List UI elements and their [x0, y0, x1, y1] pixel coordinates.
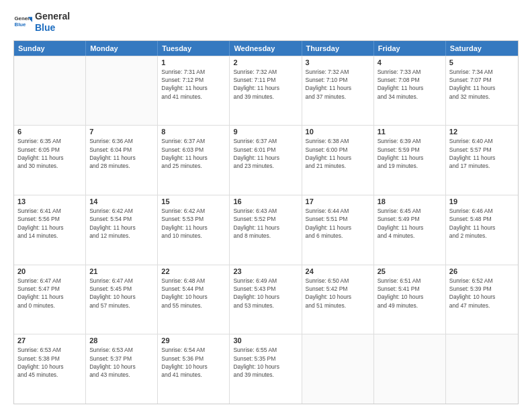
calendar-cell: 10Sunrise: 6:38 AM Sunset: 6:00 PM Dayli… [302, 126, 374, 195]
calendar-cell: 22Sunrise: 6:48 AM Sunset: 5:44 PM Dayli… [158, 265, 230, 334]
calendar-cell: 7Sunrise: 6:36 AM Sunset: 6:04 PM Daylig… [86, 126, 158, 195]
calendar-header-row: SundayMondayTuesdayWednesdayThursdayFrid… [14, 41, 518, 56]
day-number: 24 [306, 267, 370, 275]
day-info: Sunrise: 6:44 AM Sunset: 5:51 PM Dayligh… [306, 207, 370, 240]
calendar-cell: 29Sunrise: 6:54 AM Sunset: 5:36 PM Dayli… [158, 334, 230, 404]
calendar-cell: 21Sunrise: 6:47 AM Sunset: 5:45 PM Dayli… [86, 265, 158, 334]
calendar-header-cell: Wednesday [230, 41, 302, 56]
calendar-cell: 16Sunrise: 6:43 AM Sunset: 5:52 PM Dayli… [230, 195, 302, 265]
day-number: 10 [306, 128, 370, 136]
day-info: Sunrise: 6:45 AM Sunset: 5:49 PM Dayligh… [378, 207, 442, 240]
calendar-row: 1Sunrise: 7:31 AM Sunset: 7:12 PM Daylig… [14, 56, 518, 126]
day-number: 7 [89, 128, 154, 136]
day-number: 26 [449, 267, 515, 275]
calendar-cell: 12Sunrise: 6:40 AM Sunset: 5:57 PM Dayli… [446, 126, 518, 195]
day-number: 4 [378, 58, 442, 66]
calendar-header-cell: Sunday [14, 41, 86, 56]
day-info: Sunrise: 6:41 AM Sunset: 5:56 PM Dayligh… [17, 207, 82, 240]
page: General Blue General Blue SundayMondayTu… [0, 0, 532, 411]
day-info: Sunrise: 6:55 AM Sunset: 5:35 PM Dayligh… [233, 346, 298, 379]
day-number: 14 [89, 197, 154, 205]
day-number: 20 [17, 267, 82, 275]
header: General Blue General Blue [13, 11, 519, 34]
day-number: 3 [306, 58, 370, 66]
calendar-cell [446, 334, 518, 404]
day-info: Sunrise: 6:37 AM Sunset: 6:01 PM Dayligh… [233, 137, 298, 170]
day-number: 9 [233, 128, 298, 136]
day-info: Sunrise: 6:47 AM Sunset: 5:45 PM Dayligh… [89, 277, 154, 310]
day-number: 30 [233, 336, 298, 345]
day-info: Sunrise: 6:36 AM Sunset: 6:04 PM Dayligh… [89, 137, 154, 170]
logo-text: General Blue [35, 11, 70, 34]
day-number: 27 [17, 336, 82, 345]
day-info: Sunrise: 6:40 AM Sunset: 5:57 PM Dayligh… [449, 137, 515, 170]
logo: General Blue General Blue [13, 11, 70, 34]
day-number: 6 [17, 128, 82, 136]
logo-icon: General Blue [13, 13, 32, 32]
day-number: 18 [378, 197, 442, 205]
day-info: Sunrise: 6:38 AM Sunset: 6:00 PM Dayligh… [306, 137, 370, 170]
calendar: SundayMondayTuesdayWednesdayThursdayFrid… [13, 40, 519, 404]
calendar-cell [86, 56, 158, 126]
calendar-cell: 14Sunrise: 6:42 AM Sunset: 5:54 PM Dayli… [86, 195, 158, 265]
svg-text:Blue: Blue [15, 21, 27, 28]
calendar-header-cell: Friday [374, 41, 446, 56]
calendar-cell: 28Sunrise: 6:53 AM Sunset: 5:37 PM Dayli… [86, 334, 158, 404]
calendar-cell: 5Sunrise: 7:34 AM Sunset: 7:07 PM Daylig… [446, 56, 518, 126]
calendar-cell: 6Sunrise: 6:35 AM Sunset: 6:05 PM Daylig… [14, 126, 86, 195]
day-info: Sunrise: 6:53 AM Sunset: 5:37 PM Dayligh… [89, 346, 154, 379]
day-info: Sunrise: 6:53 AM Sunset: 5:38 PM Dayligh… [17, 346, 82, 379]
calendar-cell: 24Sunrise: 6:50 AM Sunset: 5:42 PM Dayli… [302, 265, 374, 334]
calendar-cell [14, 56, 86, 126]
calendar-header-cell: Monday [86, 41, 158, 56]
day-number: 15 [161, 197, 226, 205]
calendar-cell: 4Sunrise: 7:33 AM Sunset: 7:08 PM Daylig… [374, 56, 446, 126]
calendar-cell: 30Sunrise: 6:55 AM Sunset: 5:35 PM Dayli… [230, 334, 302, 404]
day-info: Sunrise: 6:42 AM Sunset: 5:54 PM Dayligh… [89, 207, 154, 240]
day-number: 23 [233, 267, 298, 275]
calendar-cell: 15Sunrise: 6:42 AM Sunset: 5:53 PM Dayli… [158, 195, 230, 265]
day-number: 5 [449, 58, 515, 66]
day-info: Sunrise: 6:35 AM Sunset: 6:05 PM Dayligh… [17, 137, 82, 170]
day-number: 21 [89, 267, 154, 275]
day-info: Sunrise: 6:46 AM Sunset: 5:48 PM Dayligh… [449, 207, 515, 240]
calendar-header-cell: Thursday [302, 41, 374, 56]
calendar-cell: 20Sunrise: 6:47 AM Sunset: 5:47 PM Dayli… [14, 265, 86, 334]
day-number: 13 [17, 197, 82, 205]
calendar-cell: 8Sunrise: 6:37 AM Sunset: 6:03 PM Daylig… [158, 126, 230, 195]
day-info: Sunrise: 7:32 AM Sunset: 7:10 PM Dayligh… [306, 68, 370, 101]
day-info: Sunrise: 6:48 AM Sunset: 5:44 PM Dayligh… [161, 277, 226, 310]
day-info: Sunrise: 6:54 AM Sunset: 5:36 PM Dayligh… [161, 346, 226, 379]
day-number: 22 [161, 267, 226, 275]
calendar-cell: 3Sunrise: 7:32 AM Sunset: 7:10 PM Daylig… [302, 56, 374, 126]
day-number: 16 [233, 197, 298, 205]
calendar-cell: 11Sunrise: 6:39 AM Sunset: 5:59 PM Dayli… [374, 126, 446, 195]
calendar-cell: 9Sunrise: 6:37 AM Sunset: 6:01 PM Daylig… [230, 126, 302, 195]
calendar-cell: 23Sunrise: 6:49 AM Sunset: 5:43 PM Dayli… [230, 265, 302, 334]
calendar-cell: 13Sunrise: 6:41 AM Sunset: 5:56 PM Dayli… [14, 195, 86, 265]
calendar-cell: 2Sunrise: 7:32 AM Sunset: 7:11 PM Daylig… [230, 56, 302, 126]
day-number: 8 [161, 128, 226, 136]
day-info: Sunrise: 6:52 AM Sunset: 5:39 PM Dayligh… [449, 277, 515, 310]
calendar-cell [302, 334, 374, 404]
day-number: 12 [449, 128, 515, 136]
calendar-row: 27Sunrise: 6:53 AM Sunset: 5:38 PM Dayli… [14, 334, 518, 404]
calendar-cell: 18Sunrise: 6:45 AM Sunset: 5:49 PM Dayli… [374, 195, 446, 265]
day-info: Sunrise: 6:39 AM Sunset: 5:59 PM Dayligh… [378, 137, 442, 170]
calendar-cell: 26Sunrise: 6:52 AM Sunset: 5:39 PM Dayli… [446, 265, 518, 334]
day-info: Sunrise: 6:43 AM Sunset: 5:52 PM Dayligh… [233, 207, 298, 240]
day-info: Sunrise: 6:47 AM Sunset: 5:47 PM Dayligh… [17, 277, 82, 310]
day-info: Sunrise: 6:49 AM Sunset: 5:43 PM Dayligh… [233, 277, 298, 310]
day-info: Sunrise: 6:42 AM Sunset: 5:53 PM Dayligh… [161, 207, 226, 240]
calendar-cell: 19Sunrise: 6:46 AM Sunset: 5:48 PM Dayli… [446, 195, 518, 265]
day-info: Sunrise: 7:31 AM Sunset: 7:12 PM Dayligh… [161, 68, 226, 101]
day-number: 1 [161, 58, 226, 66]
calendar-row: 6Sunrise: 6:35 AM Sunset: 6:05 PM Daylig… [14, 125, 518, 195]
day-number: 2 [233, 58, 298, 66]
calendar-body: 1Sunrise: 7:31 AM Sunset: 7:12 PM Daylig… [14, 56, 518, 404]
calendar-cell: 25Sunrise: 6:51 AM Sunset: 5:41 PM Dayli… [374, 265, 446, 334]
day-info: Sunrise: 6:51 AM Sunset: 5:41 PM Dayligh… [378, 277, 442, 310]
day-number: 11 [378, 128, 442, 136]
day-number: 19 [449, 197, 515, 205]
day-info: Sunrise: 7:32 AM Sunset: 7:11 PM Dayligh… [233, 68, 298, 101]
